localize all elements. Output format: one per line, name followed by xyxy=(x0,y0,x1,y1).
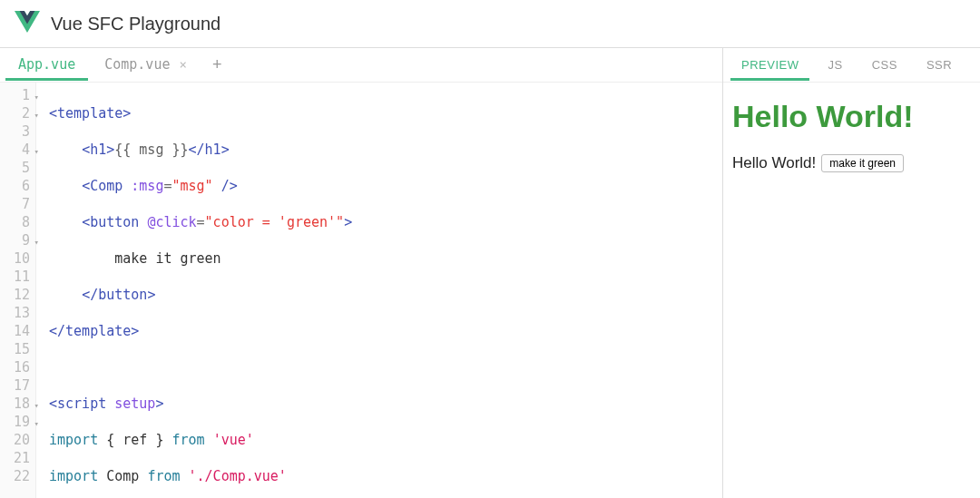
line-number: 14 xyxy=(0,322,30,340)
file-tabs: App.vue Comp.vue × + xyxy=(0,48,722,83)
line-number: 16 xyxy=(0,358,30,376)
line-number: 21 xyxy=(0,449,30,467)
line-number: 7 xyxy=(0,195,30,213)
line-number: 22 xyxy=(0,467,30,485)
line-number: 20 xyxy=(0,431,30,449)
preview-msg: Hello World! xyxy=(732,154,816,172)
line-number: 19 xyxy=(0,413,30,431)
line-number: 5 xyxy=(0,159,30,177)
line-number: 11 xyxy=(0,268,30,286)
tab-js[interactable]: JS xyxy=(817,49,853,81)
line-number: 17 xyxy=(0,376,30,395)
line-number: 4 xyxy=(0,141,30,159)
line-number: 10 xyxy=(0,249,30,268)
line-gutter: 12345678910111213141516171819202122 xyxy=(0,83,36,498)
code-content[interactable]: <template> <h1>{{ msg }}</h1> <Comp :msg… xyxy=(36,83,722,498)
line-number: 15 xyxy=(0,340,30,358)
preview-tabs: PREVIEW JS CSS SSR xyxy=(723,48,980,83)
file-tab-comp[interactable]: Comp.vue × xyxy=(92,49,200,81)
code-editor[interactable]: 12345678910111213141516171819202122 <tem… xyxy=(0,83,722,498)
line-number: 12 xyxy=(0,286,30,304)
line-number: 3 xyxy=(0,122,30,141)
vue-logo-icon xyxy=(15,9,40,38)
file-tab-label: App.vue xyxy=(18,56,75,73)
preview-heading: Hello World! xyxy=(732,99,971,134)
line-number: 6 xyxy=(0,177,30,195)
tab-preview[interactable]: PREVIEW xyxy=(730,49,809,81)
line-number: 2 xyxy=(0,104,30,122)
workspace: App.vue Comp.vue × + 1234567891011121314… xyxy=(0,48,980,498)
preview-pane: PREVIEW JS CSS SSR Hello World! Hello Wo… xyxy=(723,48,980,498)
file-tab-label: Comp.vue xyxy=(104,56,170,73)
make-green-button[interactable]: make it green xyxy=(821,154,904,172)
line-number: 8 xyxy=(0,213,30,231)
line-number: 9 xyxy=(0,231,30,249)
preview-content: Hello World! Hello World! make it green xyxy=(723,83,980,189)
tab-css[interactable]: CSS xyxy=(861,49,908,81)
editor-pane: App.vue Comp.vue × + 1234567891011121314… xyxy=(0,48,723,498)
tab-ssr[interactable]: SSR xyxy=(916,49,963,81)
close-icon[interactable]: × xyxy=(179,57,186,72)
file-tab-app[interactable]: App.vue xyxy=(5,49,88,81)
page-title: Vue SFC Playground xyxy=(51,14,220,34)
header: Vue SFC Playground xyxy=(0,0,980,48)
add-tab-button[interactable]: + xyxy=(203,52,231,78)
line-number: 1 xyxy=(0,86,30,104)
line-number: 13 xyxy=(0,304,30,322)
line-number: 18 xyxy=(0,395,30,413)
